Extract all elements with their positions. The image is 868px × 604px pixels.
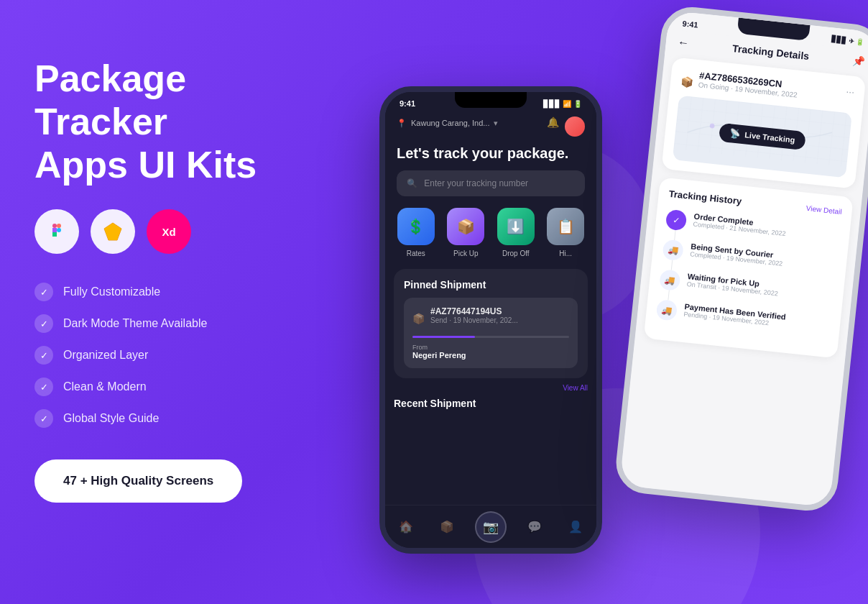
history-item-text: Being Sent by Courier Completed · 19 Nov… xyxy=(690,242,784,267)
svg-rect-2 xyxy=(52,228,57,232)
check-icon: ✓ xyxy=(34,283,53,301)
feature-item: ✓ Fully Customizable xyxy=(34,283,308,301)
pickup-status-icon: 🚚 xyxy=(659,269,681,291)
quick-actions: 💲 Rates 📦 Pick Up ⬇️ Drop Off 📋 Hi... xyxy=(385,208,596,269)
shipment-meta: Send · 19 November, 202... xyxy=(430,316,518,324)
signal-icons: ▊▊▊ 📶 🔋 xyxy=(543,100,582,108)
more-icon: 📋 xyxy=(547,208,584,245)
svg-marker-6 xyxy=(104,223,121,240)
adobe-xd-icon: Xd xyxy=(147,209,191,254)
feature-item: ✓ Global Style Guide xyxy=(34,409,308,428)
check-icon: ✓ xyxy=(34,346,53,365)
features-list: ✓ Fully Customizable ✓ Dark Mode Theme A… xyxy=(34,283,308,428)
complete-icon: ✓ xyxy=(665,209,688,232)
history-item-text: Payment Has Been Verified Pending · 19 N… xyxy=(683,302,786,329)
pin-icon[interactable]: 📌 xyxy=(852,55,866,68)
cta-button[interactable]: 47 + High Quality Screens xyxy=(34,459,242,503)
nav-profile[interactable]: 👤 xyxy=(563,514,588,540)
svg-rect-1 xyxy=(57,224,61,228)
dropoff-icon: ⬇️ xyxy=(497,208,535,245)
box-icon: 📦 xyxy=(412,313,425,324)
history-item-text: Order Complete Completed · 21 November, … xyxy=(693,212,787,237)
view-detail-link[interactable]: View Detail xyxy=(805,204,842,216)
shipment-id: #AZ776447194US xyxy=(430,306,518,316)
front-header: 📍 Kawung Carang, Ind... ▾ 🔔 xyxy=(385,111,596,145)
tool-icons-group: Xd xyxy=(34,209,308,254)
svg-rect-0 xyxy=(52,224,57,228)
from-place: Negeri Pereng xyxy=(412,351,569,360)
pinned-title: Pinned Shipment xyxy=(404,279,578,290)
payment-icon: 🚚 xyxy=(656,299,678,321)
feature-item: ✓ Organized Layer xyxy=(34,346,308,365)
left-panel: Package Tracker Apps UI Kits Xd ✓ xyxy=(34,58,308,503)
history-title: Tracking History xyxy=(668,188,742,207)
more-options-icon[interactable]: ··· xyxy=(846,86,855,98)
feature-item: ✓ Dark Mode Theme Available xyxy=(34,314,308,333)
svg-rect-4 xyxy=(52,232,57,237)
phone-notch xyxy=(455,92,527,108)
nav-box[interactable]: 📦 xyxy=(434,514,460,540)
check-icon: ✓ xyxy=(34,409,53,428)
recent-section: Recent Shipment xyxy=(385,392,596,422)
search-icon: 🔍 xyxy=(407,178,417,188)
view-all-link[interactable]: View All xyxy=(385,378,596,392)
quick-action-dropoff[interactable]: ⬇️ Drop Off xyxy=(497,208,535,257)
nav-chat[interactable]: 💬 xyxy=(522,514,548,540)
main-title: Package Tracker Apps UI Kits xyxy=(34,58,308,186)
progress-fill xyxy=(412,336,475,338)
tracking-card: 📦 #AZ7866536269CN On Going · 19 November… xyxy=(661,57,866,188)
bell-icon[interactable]: 🔔 xyxy=(547,116,559,137)
history-item-payment: 🚚 Payment Has Been Verified Pending · 19… xyxy=(656,299,831,337)
avatar xyxy=(565,116,585,137)
check-icon: ✓ xyxy=(34,378,53,396)
phone-front: 9:41 ▊▊▊ 📶 🔋 📍 Kawung Carang, Ind... ▾ xyxy=(379,86,602,554)
pinned-section: Pinned Shipment 📦 #AZ776447194US Send · … xyxy=(394,269,588,378)
recent-title: Recent Shipment xyxy=(394,398,588,409)
check-icon: ✓ xyxy=(34,314,53,333)
tracking-history: Tracking History View Detail ✓ Order Com… xyxy=(644,177,854,358)
progress-bar xyxy=(412,336,569,338)
back-button[interactable]: ← xyxy=(677,36,690,50)
package-icon: 📦 xyxy=(680,76,693,88)
courier-icon: 🚚 xyxy=(662,239,684,261)
phone-back: 9:41 ▊▊▊ ✈ 🔋 ← Tracking Details 📌 📦 #AZ7… xyxy=(613,4,868,514)
quick-action-rates[interactable]: 💲 Rates xyxy=(397,208,435,257)
from-label: From xyxy=(412,344,569,351)
tracking-icon: 📡 xyxy=(729,128,741,139)
bottom-nav: 🏠 📦 📷 💬 👤 xyxy=(385,505,596,548)
svg-rect-3 xyxy=(57,228,61,232)
back-signal-icons: ▊▊▊ ✈ 🔋 xyxy=(831,35,864,46)
location-label: 📍 Kawung Carang, Ind... ▾ xyxy=(397,119,498,128)
phones-container: 9:41 ▊▊▊ 📶 🔋 📍 Kawung Carang, Ind... ▾ xyxy=(322,0,868,604)
back-header-title: Tracking Details xyxy=(731,42,809,62)
rates-icon: 💲 xyxy=(397,208,435,245)
quick-action-pickup[interactable]: 📦 Pick Up xyxy=(447,208,484,257)
history-item-text: Waiting for Pick Up On Transit · 19 Nove… xyxy=(686,272,779,297)
nav-home[interactable]: 🏠 xyxy=(393,514,419,540)
quick-action-more[interactable]: 📋 Hi... xyxy=(547,208,584,257)
front-title: Let's track your package. xyxy=(385,145,596,170)
sketch-icon xyxy=(91,209,135,254)
search-bar[interactable]: 🔍 Enter your tracking number xyxy=(397,170,585,196)
figma-icon xyxy=(34,209,79,254)
nav-scan[interactable]: 📷 xyxy=(475,511,507,543)
shipment-card[interactable]: 📦 #AZ776447194US Send · 19 November, 202… xyxy=(404,298,578,368)
pickup-icon: 📦 xyxy=(447,208,484,245)
feature-item: ✓ Clean & Modern xyxy=(34,378,308,396)
